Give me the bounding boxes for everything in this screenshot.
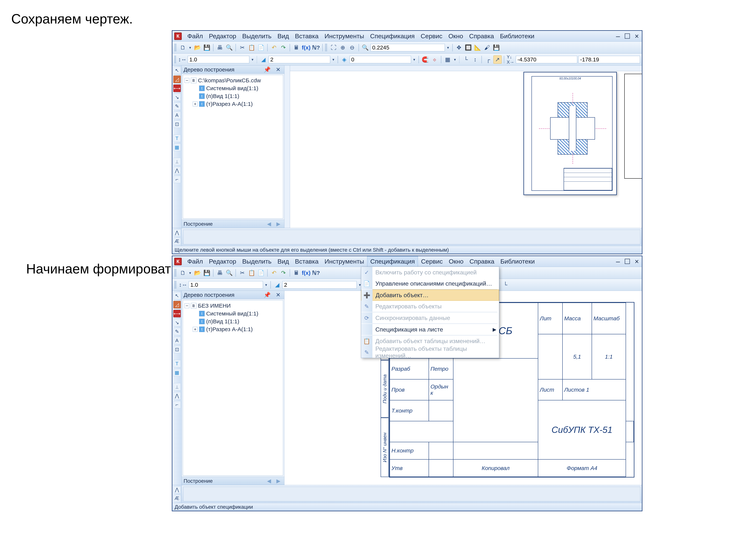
new-icon[interactable]: 🗋: [179, 269, 187, 277]
spec-menu-item-1[interactable]: 📄Управление описаниями спецификаций…: [361, 278, 499, 289]
text-icon[interactable]: A: [173, 337, 181, 344]
prop-e-icon[interactable]: Æ: [173, 495, 181, 502]
menu-tools[interactable]: Инструменты: [321, 31, 367, 41]
tree-root-2[interactable]: −🗎БЕЗ ИМЕНИ: [184, 302, 281, 310]
tree-body[interactable]: −🗎C:\kompas\РоликСБ.cdw tСистемный вид(1…: [183, 75, 283, 219]
geometry-icon[interactable]: ◿: [173, 301, 181, 309]
text2-icon[interactable]: T: [173, 360, 181, 367]
redo-icon[interactable]: ↷: [279, 44, 287, 52]
edit-icon[interactable]: ✎: [173, 103, 181, 110]
window-controls[interactable]: – ☐ ×: [616, 32, 640, 40]
copy-icon[interactable]: 📋: [248, 269, 256, 277]
menu-insert-2[interactable]: Вставка: [292, 256, 321, 267]
zoom-scale-icon[interactable]: 🔍: [361, 44, 369, 52]
tree-body-2[interactable]: −🗎БЕЗ ИМЕНИ tСистемный вид(1:1) t(п)Вид …: [183, 300, 283, 476]
menu-view-2[interactable]: Вид: [275, 256, 292, 267]
tree-nav-2[interactable]: ◀ ▶: [267, 478, 282, 484]
snap2-icon[interactable]: ⟐: [431, 55, 439, 64]
hatch-input[interactable]: [268, 56, 330, 63]
local-cs-icon[interactable]: ┌: [484, 55, 492, 64]
calc-icon[interactable]: 🖩: [292, 269, 301, 277]
prop-e-icon[interactable]: Æ: [173, 238, 181, 245]
preview-icon[interactable]: 🔍: [225, 269, 233, 277]
grid-icon[interactable]: ▦: [443, 55, 452, 64]
tree-item-section[interactable]: +t(т)Разрез А-А(1:1): [193, 100, 281, 108]
roughness-icon[interactable]: ⋀: [173, 392, 181, 399]
hatch-input-2[interactable]: [282, 281, 357, 289]
window-controls-2[interactable]: – ☐ ×: [616, 258, 640, 266]
cut-icon[interactable]: ✂: [238, 269, 246, 277]
base-icon[interactable]: ⌐: [173, 176, 181, 183]
tree-nav[interactable]: ◀ ▶: [267, 221, 282, 227]
undo-icon[interactable]: ↶: [270, 269, 278, 277]
print-icon[interactable]: 🖶: [216, 44, 224, 52]
open-icon[interactable]: 📂: [193, 44, 202, 52]
prop-a-icon[interactable]: ⋀: [173, 229, 181, 236]
ortho-icon[interactable]: └: [462, 55, 470, 64]
help-icon[interactable]: ℕ?: [312, 269, 320, 277]
tree-pin-close[interactable]: 📌 ✕: [264, 66, 282, 73]
save-icon[interactable]: 💾: [203, 44, 211, 52]
menu-file-2[interactable]: Файл: [184, 256, 206, 267]
menu-libs[interactable]: Библиотеки: [497, 31, 537, 41]
menu-service[interactable]: Сервис: [418, 31, 445, 41]
help-icon[interactable]: ℕ?: [312, 44, 320, 52]
print-icon[interactable]: 🖶: [216, 269, 224, 277]
local-cs2-icon[interactable]: ↗: [493, 55, 501, 64]
cursor-icon[interactable]: ↖: [173, 292, 181, 299]
menu-editor[interactable]: Редактор: [206, 31, 239, 41]
tree-pin-close-2[interactable]: 📌 ✕: [264, 292, 282, 298]
menu-editor-2[interactable]: Редактор: [206, 256, 239, 267]
paste-icon[interactable]: 📄: [257, 44, 265, 52]
prop-a-icon[interactable]: ⋀: [173, 486, 181, 494]
ortho-icon[interactable]: └: [501, 281, 510, 289]
scale-icon[interactable]: ↕↔: [179, 281, 187, 289]
save-icon[interactable]: 💾: [203, 269, 211, 277]
text-icon[interactable]: A: [173, 111, 181, 119]
menu-libs-2[interactable]: Библиотеки: [497, 256, 538, 267]
copy-icon[interactable]: 📋: [248, 44, 256, 52]
coord-y-input[interactable]: [578, 56, 640, 63]
undo-icon[interactable]: ↶: [270, 44, 278, 52]
calc-icon[interactable]: 🖩: [292, 44, 301, 52]
cursor-icon[interactable]: ↖: [173, 66, 181, 74]
symbol-icon[interactable]: ↘: [173, 94, 181, 101]
menu-file[interactable]: Файл: [184, 31, 206, 41]
scale-input-2[interactable]: [189, 281, 263, 289]
save2-icon[interactable]: 💾: [492, 44, 500, 52]
base-icon[interactable]: ⌐: [173, 401, 181, 408]
ortho2-icon[interactable]: ↕: [471, 55, 479, 64]
menu-window[interactable]: Окно: [445, 31, 466, 41]
edit-icon[interactable]: ✎: [173, 328, 181, 335]
cut-icon[interactable]: ✂: [238, 44, 246, 52]
tree-root[interactable]: −🗎C:\kompas\РоликСБ.cdw: [184, 77, 281, 84]
param-icon[interactable]: ⊡: [173, 346, 181, 353]
snap-icon[interactable]: 🧲: [421, 55, 429, 64]
menu-spec[interactable]: Спецификация: [367, 31, 418, 41]
menu-view[interactable]: Вид: [275, 31, 292, 41]
menu-help[interactable]: Справка: [466, 31, 497, 41]
spec-menu-item-3[interactable]: ➕Добавить объект…: [361, 290, 499, 301]
geometry-icon[interactable]: ◿: [173, 76, 181, 83]
dimension-icon[interactable]: ⟷: [173, 310, 181, 317]
measure-icon[interactable]: ⟂: [173, 158, 181, 165]
menu-help-2[interactable]: Справка: [466, 256, 497, 267]
measure-icon[interactable]: ⟂: [173, 383, 181, 391]
layer2-icon[interactable]: ◈: [340, 55, 349, 64]
zoom-fit-icon[interactable]: ⛶: [329, 44, 338, 52]
menu-spec-2[interactable]: Спецификация: [367, 256, 418, 267]
tree-item-sysview[interactable]: tСистемный вид(1:1): [193, 84, 281, 92]
table-icon[interactable]: ▦: [173, 369, 181, 376]
zoom-value-input[interactable]: [370, 44, 445, 51]
symbol-icon[interactable]: ↘: [173, 319, 181, 326]
refresh-icon[interactable]: 🔲: [464, 44, 472, 52]
fx-icon[interactable]: f(x): [302, 44, 311, 52]
tree-item-view1[interactable]: t(п)Вид 1(1:1): [193, 92, 281, 100]
menu-tools-2[interactable]: Инструменты: [321, 256, 367, 267]
table-icon[interactable]: ▦: [173, 143, 181, 151]
zoom-out-icon[interactable]: ⊖: [348, 44, 356, 52]
fx-icon[interactable]: f(x): [302, 269, 311, 277]
menu-window-2[interactable]: Окно: [446, 256, 466, 267]
text2-icon[interactable]: T: [173, 135, 181, 142]
coord-x-input[interactable]: [516, 56, 577, 63]
